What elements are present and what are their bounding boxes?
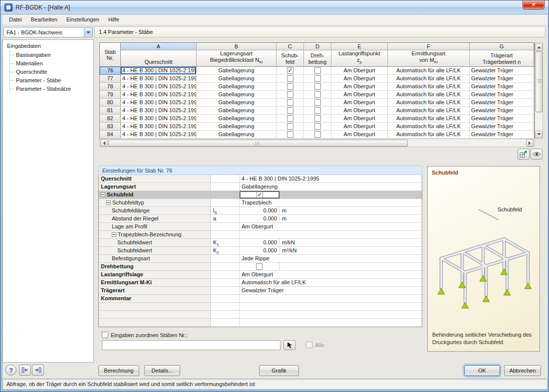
settings-value[interactable]: Gabellagerung <box>240 183 422 191</box>
checkbox[interactable] <box>287 67 293 74</box>
checkbox[interactable] <box>257 192 263 198</box>
cell-traegerart[interactable]: Gewalzter Träger <box>470 131 534 139</box>
settings-checkbox-cell[interactable] <box>240 191 279 198</box>
column-header-C[interactable]: Schub-feld <box>276 50 304 67</box>
checkbox[interactable] <box>287 123 293 130</box>
cell-traegerart[interactable]: Gewalzter Träger <box>470 115 534 123</box>
sidebar-item-materialien[interactable]: Materialien <box>10 59 93 67</box>
column-letter-B[interactable]: B <box>197 43 276 50</box>
collapse-icon[interactable] <box>101 193 105 197</box>
collapse-icon[interactable] <box>106 200 111 205</box>
column-letter-F[interactable]: F <box>388 43 470 50</box>
cell-lastangriff[interactable]: Am Obergurt <box>331 123 388 131</box>
cell-traegerart[interactable]: Gewalzter Träger <box>470 99 534 107</box>
cell-drehbettung[interactable] <box>304 123 331 131</box>
assign-to-members-toggle[interactable]: Eingaben zuordnen Stäben Nr.: <box>102 332 188 338</box>
checkbox[interactable] <box>287 83 293 90</box>
menu-item-bearbeiten[interactable]: Bearbeiten <box>26 14 62 25</box>
scroll-right-icon[interactable] <box>526 139 534 147</box>
cell-traegerart[interactable]: Gewalzter Träger <box>470 67 534 75</box>
settings-value[interactable]: 4 - HE B 300 | DIN 1025-2:1995 <box>240 175 422 183</box>
cell-lastangriff[interactable]: Am Obergurt <box>331 83 388 91</box>
cell-ermittlung[interactable]: Automatisch für alle LF/LK <box>388 91 470 99</box>
scroll-left-icon[interactable] <box>100 139 108 147</box>
cell-lastangriff[interactable]: Am Obergurt <box>331 115 388 123</box>
column-header-F[interactable]: Ermittlungsartvon MKi <box>388 50 470 67</box>
settings-value[interactable]: 0.000 <box>240 207 279 214</box>
view-button[interactable] <box>531 149 543 160</box>
checkbox[interactable] <box>287 75 293 82</box>
cell-drehbettung[interactable] <box>304 107 331 115</box>
checkbox[interactable] <box>314 67 321 74</box>
sidebar-item-querschnitte[interactable]: Querschnitte <box>10 67 93 76</box>
ok-button[interactable]: OK <box>464 365 500 376</box>
collapse-icon[interactable] <box>112 232 116 237</box>
abbrechen-button[interactable]: Abbrechen <box>504 365 541 376</box>
cell-schubfeld[interactable] <box>276 67 304 75</box>
pick-members-button[interactable] <box>283 340 295 350</box>
cell-querschnitt[interactable]: 4 - HE B 300 | DIN 1025-2:1995 <box>121 115 197 123</box>
checkbox[interactable] <box>314 131 321 138</box>
cell-ermittlung[interactable]: Automatisch für alle LF/LK <box>388 75 470 83</box>
cell-schubfeld[interactable] <box>276 75 304 83</box>
column-header-E[interactable]: Lastangriffspunktzp <box>331 50 388 67</box>
settings-value[interactable]: 0.000 <box>240 247 279 254</box>
cell-querschnitt[interactable]: 4 - HE B 300 | DIN 1025-2:1995 <box>121 75 197 83</box>
row-header[interactable]: 84 <box>100 131 121 139</box>
column-header-G[interactable]: TrägerartTrägerbeiwert n <box>470 50 534 67</box>
vertical-scroll-thumb[interactable] <box>536 51 543 112</box>
checkbox[interactable] <box>287 91 293 98</box>
cell-ermittlung[interactable]: Automatisch für alle LF/LK <box>388 115 470 123</box>
cell-schubfeld[interactable] <box>276 115 304 123</box>
cell-lastangriff[interactable]: Am Obergurt <box>331 75 388 83</box>
row-header[interactable]: 76 <box>100 67 121 75</box>
cell-lagerung[interactable]: Gabellagerung <box>197 83 276 91</box>
table-horizontal-scrollbar[interactable] <box>99 139 535 147</box>
cell-drehbettung[interactable] <box>304 115 331 123</box>
column-header-A[interactable]: Querschnitt <box>121 50 197 67</box>
close-button[interactable]: ✕ <box>523 0 545 9</box>
cell-querschnitt[interactable]: 4 - HE B 300 | DIN 1025-2:1995 <box>121 107 197 115</box>
cell-lastangriff[interactable]: Am Obergurt <box>331 67 388 75</box>
cell-drehbettung[interactable] <box>304 91 331 99</box>
row-header[interactable]: 77 <box>100 75 121 83</box>
row-header[interactable]: 83 <box>100 123 121 131</box>
checkbox[interactable] <box>314 75 321 82</box>
row-header[interactable]: 81 <box>100 107 121 115</box>
cell-querschnitt[interactable]: 4 - HE B 300 | DIN 1025-2:1995 <box>121 123 197 131</box>
settings-value[interactable]: Gewalzter Träger <box>240 287 422 294</box>
cell-drehbettung[interactable] <box>304 75 331 83</box>
cell-querschnitt[interactable]: 4 - HE B 300 | DIN 1025-2:1995 <box>121 67 197 75</box>
dock-panel-left-button[interactable] <box>19 365 31 376</box>
menu-item-einstellungen[interactable]: Einstellungen <box>62 14 104 25</box>
checkbox[interactable] <box>314 83 321 90</box>
cell-traegerart[interactable]: Gewalzter Träger <box>470 91 534 99</box>
column-header-D[interactable]: Dreh-bettung <box>304 50 331 67</box>
chevron-down-icon[interactable] <box>84 27 92 37</box>
cell-traegerart[interactable]: Gewalzter Träger <box>470 123 534 131</box>
cell-drehbettung[interactable] <box>304 83 331 91</box>
checkbox[interactable] <box>287 99 293 106</box>
settings-value[interactable]: Trapezblech <box>240 199 422 206</box>
cell-drehbettung[interactable] <box>304 67 331 75</box>
cell-ermittlung[interactable]: Automatisch für alle LF/LK <box>388 67 470 75</box>
cell-schubfeld[interactable] <box>276 123 304 131</box>
berechnung-button[interactable]: Berechnung <box>98 365 139 376</box>
menu-item-hilfe[interactable]: Hilfe <box>104 14 124 25</box>
menu-item-datei[interactable]: Datei <box>4 14 26 25</box>
cell-ermittlung[interactable]: Automatisch für alle LF/LK <box>388 99 470 107</box>
settings-value[interactable]: 0.000 <box>240 215 279 222</box>
row-header[interactable]: 82 <box>100 115 121 123</box>
dock-panel-right-button[interactable] <box>32 365 44 376</box>
checkbox[interactable] <box>314 115 321 122</box>
row-header[interactable]: 78 <box>100 83 121 91</box>
checkbox[interactable] <box>314 91 321 98</box>
jump-to-graphic-button[interactable] <box>518 149 530 160</box>
cell-ermittlung[interactable]: Automatisch für alle LF/LK <box>388 131 470 139</box>
column-letter-G[interactable]: G <box>470 43 534 50</box>
cell-querschnitt[interactable]: 4 - HE B 300 | DIN 1025-2:1995 <box>121 91 197 99</box>
assign-checkbox[interactable] <box>102 332 108 338</box>
scroll-up-icon[interactable] <box>535 43 543 51</box>
cell-schubfeld[interactable] <box>276 99 304 107</box>
column-letter-D[interactable]: D <box>304 43 331 50</box>
